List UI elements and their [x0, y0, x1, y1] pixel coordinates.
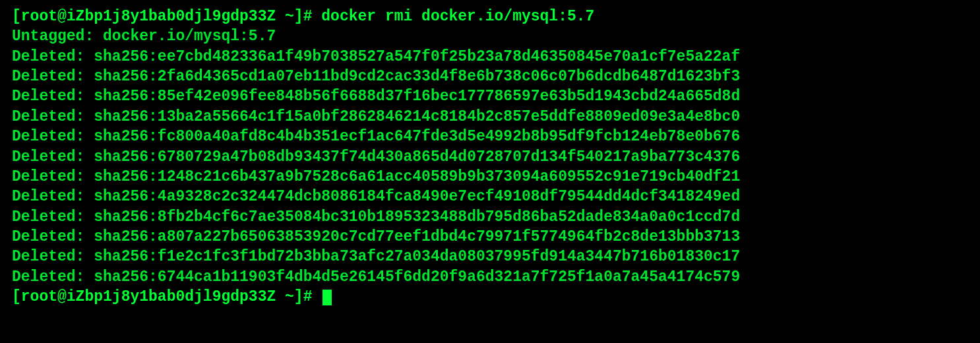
deleted-label: Deleted:: [12, 128, 94, 145]
deleted-line: Deleted: sha256:ee7cbd482336a1f49b703852…: [12, 47, 968, 67]
deleted-line: Deleted: sha256:2fa6d4365cd1a07eb11bd9cd…: [12, 67, 968, 86]
untagged-label: Untagged:: [12, 28, 103, 45]
deleted-hash: sha256:fc800a40afd8c4b4b351ecf1ac647fde3…: [94, 128, 740, 145]
deleted-hash: sha256:13ba2a55664c1f15a0bf2862846214c81…: [94, 108, 740, 125]
deleted-hash: sha256:8fb2b4cf6c7ae35084bc310b189532348…: [94, 208, 740, 226]
deleted-label: Deleted:: [12, 168, 94, 185]
deleted-hash: sha256:ee7cbd482336a1f49b7038527a547f0f2…: [94, 48, 740, 65]
deleted-line: Deleted: sha256:6780729a47b08db93437f74d…: [12, 147, 968, 167]
deleted-hash: sha256:2fa6d4365cd1a07eb11bd9cd2cac33d4f…: [94, 68, 740, 85]
deleted-label: Deleted:: [12, 148, 94, 166]
deleted-label: Deleted:: [12, 208, 94, 226]
shell-prompt: [root@iZbp1j8y1bab0djl9gdp33Z ~]#: [12, 8, 321, 25]
command-text: docker rmi docker.io/mysql:5.7: [321, 8, 594, 25]
deleted-label: Deleted:: [12, 248, 94, 265]
shell-prompt-idle: [root@iZbp1j8y1bab0djl9gdp33Z ~]#: [12, 288, 321, 305]
prompt-line[interactable]: [root@iZbp1j8y1bab0djl9gdp33Z ~]#: [12, 287, 968, 307]
deleted-line: Deleted: sha256:85ef42e096fee848b56f6688…: [12, 86, 968, 106]
deleted-hash: sha256:1248c21c6b437a9b7528c6a61acc40589…: [94, 168, 740, 185]
command-line: [root@iZbp1j8y1bab0djl9gdp33Z ~]# docker…: [12, 7, 968, 26]
deleted-hash: sha256:f1e2c1fc3f1bd72b3bba73afc27a034da…: [94, 248, 740, 265]
deleted-label: Deleted:: [12, 228, 94, 245]
deleted-label: Deleted:: [12, 188, 94, 205]
deleted-line: Deleted: sha256:a807a227b65063853920c7cd…: [12, 227, 968, 247]
deleted-line: Deleted: sha256:f1e2c1fc3f1bd72b3bba73af…: [12, 247, 968, 266]
deleted-line: Deleted: sha256:6744ca1b11903f4db4d5e261…: [12, 267, 968, 287]
deleted-line: Deleted: sha256:1248c21c6b437a9b7528c6a6…: [12, 167, 968, 187]
deleted-label: Deleted:: [12, 88, 94, 105]
untagged-line: Untagged: docker.io/mysql:5.7: [12, 26, 968, 46]
deleted-hash: sha256:4a9328c2c324474dcb8086184fca8490e…: [94, 188, 740, 205]
deleted-line: Deleted: sha256:fc800a40afd8c4b4b351ecf1…: [12, 127, 968, 146]
deleted-line: Deleted: sha256:4a9328c2c324474dcb808618…: [12, 187, 968, 206]
deleted-line: Deleted: sha256:13ba2a55664c1f15a0bf2862…: [12, 107, 968, 127]
deleted-label: Deleted:: [12, 268, 94, 286]
untagged-value: docker.io/mysql:5.7: [103, 28, 276, 45]
deleted-hash: sha256:a807a227b65063853920c7cd77eef1dbd…: [94, 228, 740, 245]
deleted-label: Deleted:: [12, 108, 94, 125]
deleted-hash: sha256:85ef42e096fee848b56f6688d37f16bec…: [94, 88, 740, 105]
deleted-line: Deleted: sha256:8fb2b4cf6c7ae35084bc310b…: [12, 207, 968, 227]
deleted-label: Deleted:: [12, 48, 94, 65]
deleted-hash: sha256:6780729a47b08db93437f74d430a865d4…: [94, 148, 740, 166]
deleted-lines-container: Deleted: sha256:ee7cbd482336a1f49b703852…: [12, 47, 968, 287]
deleted-hash: sha256:6744ca1b11903f4db4d5e26145f6dd20f…: [94, 268, 740, 286]
cursor-block: [322, 290, 332, 305]
deleted-label: Deleted:: [12, 68, 94, 85]
